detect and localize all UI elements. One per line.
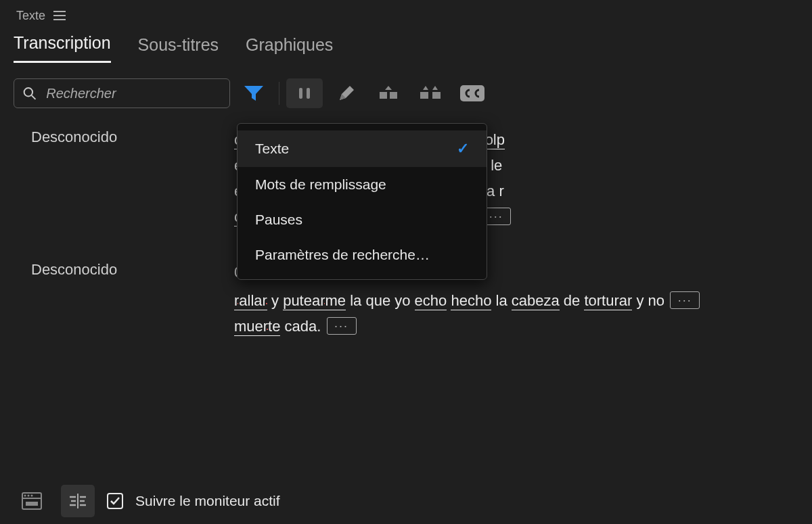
cc-icon xyxy=(459,85,485,102)
footer: Suivre le moniteur actif xyxy=(0,477,812,524)
tab-subtitles[interactable]: Sous-titres xyxy=(138,35,219,63)
highlighted-word[interactable]: echo xyxy=(415,292,447,310)
follow-monitor-label: Suivre le moniteur actif xyxy=(135,493,280,509)
svg-rect-3 xyxy=(307,88,310,99)
pencil-icon xyxy=(338,85,355,102)
tab-transcription[interactable]: Transcription xyxy=(14,33,111,63)
svg-point-14 xyxy=(31,494,33,496)
merge-both-button[interactable] xyxy=(412,78,449,108)
popup-item-search-settings[interactable]: Paramètres de recherche… xyxy=(238,237,487,272)
svg-point-12 xyxy=(24,494,26,496)
word[interactable]: la que yo xyxy=(346,292,415,309)
svg-rect-7 xyxy=(432,92,441,99)
follow-monitor-checkbox[interactable] xyxy=(107,493,123,509)
cc-button[interactable] xyxy=(454,78,491,108)
tab-graphics[interactable]: Graphiques xyxy=(246,35,333,63)
check-icon xyxy=(110,496,120,506)
svg-rect-6 xyxy=(420,92,428,99)
search-input[interactable] xyxy=(45,85,221,102)
highlighted-word[interactable]: cabeza xyxy=(512,292,560,310)
footer-view-b-button[interactable] xyxy=(61,485,95,517)
merge-left-button[interactable] xyxy=(370,78,407,108)
search-icon xyxy=(22,85,37,101)
filter-popup: Texte ✓ Mots de remplissage Pauses Param… xyxy=(237,123,487,280)
highlighted-word[interactable]: torturar xyxy=(584,292,632,310)
word[interactable]: r xyxy=(499,183,503,199)
popup-item-pauses[interactable]: Pauses xyxy=(238,202,487,237)
svg-rect-4 xyxy=(380,92,387,99)
check-icon: ✓ xyxy=(457,140,469,158)
panel-title-bar: Texte xyxy=(0,0,812,26)
ellipsis-icon[interactable]: ··· xyxy=(670,291,700,309)
filter-icon xyxy=(244,85,264,102)
word[interactable]: la xyxy=(491,292,511,309)
merge-both-icon xyxy=(419,86,442,101)
svg-point-13 xyxy=(28,494,30,496)
popup-item-label: Mots de remplissage xyxy=(255,176,386,193)
popup-item-label: Paramètres de recherche… xyxy=(255,247,430,263)
svg-point-0 xyxy=(24,88,32,96)
text-panel: Texte Transcription Sous-titres Graphiqu… xyxy=(0,0,812,524)
speaker-label[interactable]: Desconocido xyxy=(31,260,221,339)
word[interactable]: y no xyxy=(632,292,669,309)
highlighted-word[interactable]: muerte xyxy=(234,318,280,336)
merge-left-icon xyxy=(378,86,399,101)
panel-title: Texte xyxy=(16,9,45,23)
popup-item-label: Texte xyxy=(255,141,289,157)
popup-item-label: Pauses xyxy=(255,212,302,228)
footer-view-a-button[interactable] xyxy=(15,485,49,517)
filter-button[interactable] xyxy=(235,78,272,108)
word[interactable]: de xyxy=(560,292,585,309)
separator xyxy=(279,82,279,105)
panel-menu-icon[interactable] xyxy=(53,9,66,22)
svg-rect-11 xyxy=(26,502,38,506)
speaker-label[interactable]: Desconocido xyxy=(31,127,221,230)
toolbar xyxy=(0,64,812,118)
edit-button[interactable] xyxy=(328,78,365,108)
column-view-icon xyxy=(68,492,88,510)
timeline-view-icon xyxy=(22,492,42,510)
svg-line-1 xyxy=(32,95,36,99)
popup-item-filler[interactable]: Mots de remplissage xyxy=(238,167,487,202)
popup-item-text[interactable]: Texte ✓ xyxy=(238,130,487,167)
search-box[interactable] xyxy=(14,78,230,108)
svg-rect-5 xyxy=(390,92,397,99)
insert-icon xyxy=(296,85,313,101)
highlighted-word[interactable]: hecho xyxy=(451,292,491,310)
svg-rect-8 xyxy=(460,85,484,101)
svg-rect-2 xyxy=(299,88,302,99)
word[interactable]: y xyxy=(267,292,283,309)
ellipsis-icon[interactable]: ··· xyxy=(327,317,357,335)
word[interactable]: cada. xyxy=(280,318,325,335)
tabs: Transcription Sous-titres Graphiques xyxy=(0,26,812,64)
insert-button[interactable] xyxy=(286,78,323,108)
highlighted-word[interactable]: rallar xyxy=(234,292,267,310)
transcript-text[interactable]: rallar y putearme la que yo echo hecho l… xyxy=(234,288,793,339)
highlighted-word[interactable]: putearme xyxy=(283,292,346,310)
